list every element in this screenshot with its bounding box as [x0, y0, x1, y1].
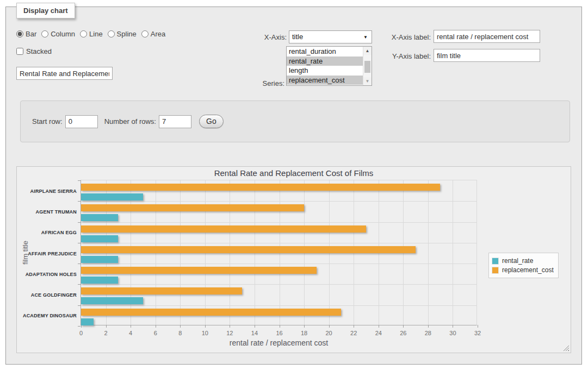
x-tick-label: 0	[79, 330, 83, 336]
bar-rental_rate-6	[81, 318, 94, 325]
x-tick-label: 10	[202, 330, 208, 336]
resize-handle-icon[interactable]	[563, 345, 569, 351]
x-axis-tick	[453, 325, 453, 328]
series-listbox[interactable]: rental_durationrental_ratelengthreplacem…	[286, 46, 372, 86]
x-axis-tick	[428, 325, 429, 328]
bar-replacement_cost-4	[81, 267, 317, 274]
category-label: AFRICAN EGG	[17, 230, 77, 235]
x-tick-label: 4	[129, 330, 132, 336]
category-label: ACE GOLDFINGER	[17, 292, 77, 298]
chart-title-input[interactable]	[16, 67, 113, 80]
chart-type-radio-area[interactable]	[141, 30, 148, 37]
bar-rental_rate-1	[81, 214, 118, 221]
chart-type-label: Bar	[26, 30, 36, 38]
chart-type-option-bar[interactable]: Bar	[16, 30, 36, 38]
chart-legend: rental_ratereplacement_cost	[488, 253, 559, 278]
legend-item-replacement_cost[interactable]: replacement_cost	[492, 266, 554, 274]
start-row-input[interactable]	[65, 115, 98, 128]
number-of-rows-input[interactable]	[159, 115, 191, 128]
scroll-down-icon[interactable]: ▼	[363, 77, 372, 85]
x-axis-label-input[interactable]	[434, 30, 540, 43]
x-tick-label: 32	[474, 330, 481, 336]
stacked-checkbox-row[interactable]: Stacked	[16, 47, 52, 55]
bar-replacement_cost-2	[81, 225, 366, 233]
bar-rental_rate-5	[81, 297, 143, 304]
page: Display chart BarColumnLineSplineArea St…	[0, 0, 588, 370]
x-axis-tick	[180, 325, 181, 328]
chart-type-option-spline[interactable]: Spline	[108, 30, 137, 38]
legend-label: replacement_cost	[502, 266, 554, 274]
y-axis-label-label: Y-Axis label:	[375, 52, 431, 60]
plot-area: 02468101214161820222426283032AIRPLANE SI…	[81, 180, 477, 325]
x-tick-label: 12	[226, 330, 233, 336]
y-axis-label-input[interactable]	[434, 49, 540, 62]
x-axis-tick	[255, 325, 255, 328]
series-listbox-scrollbar[interactable]: ▲ ▼	[363, 47, 372, 85]
chart-type-option-area[interactable]: Area	[141, 30, 165, 38]
x-axis-tick	[205, 325, 206, 328]
number-of-rows-label: Number of rows:	[104, 117, 156, 126]
x-axis-tick	[478, 325, 478, 328]
legend-swatch-icon	[492, 267, 499, 274]
bar-replacement_cost-0	[81, 184, 440, 191]
category-label: AGENT TRUMAN	[17, 209, 77, 215]
x-axis-tick	[156, 325, 156, 328]
chevron-down-icon: ▼	[363, 35, 368, 40]
x-axis-tick	[81, 325, 82, 328]
series-option-replacement_cost[interactable]: replacement_cost	[287, 76, 363, 85]
x-axis-tick	[304, 325, 305, 328]
display-chart-legend: Display chart	[16, 3, 75, 18]
x-tick-label: 16	[276, 330, 282, 336]
gridline	[453, 180, 453, 325]
x-tick-label: 28	[425, 330, 431, 336]
legend-swatch-icon	[492, 258, 499, 265]
bar-replacement_cost-5	[81, 287, 242, 294]
chart-type-radio-column[interactable]	[41, 30, 48, 37]
x-tick-label: 8	[178, 330, 182, 336]
y-axis-tick	[78, 264, 81, 264]
series-options: rental_durationrental_ratelengthreplacem…	[287, 47, 363, 85]
gridline	[81, 264, 476, 264]
x-axis-select-label: X-Axis:	[234, 33, 287, 41]
category-label: AIRPLANE SIERRA	[17, 189, 77, 194]
start-row-label: Start row:	[32, 117, 63, 126]
x-tick-label: 20	[326, 330, 332, 336]
y-axis-tick	[78, 284, 81, 285]
chart-type-label: Spline	[117, 30, 137, 38]
chart-type-label: Line	[89, 30, 103, 38]
chart-type-radio-group: BarColumnLineSplineArea	[16, 30, 165, 38]
scroll-up-icon[interactable]: ▲	[363, 47, 372, 55]
y-axis-tick	[78, 222, 81, 223]
x-axis-select[interactable]: title ▼	[289, 30, 372, 43]
chart-type-radio-bar[interactable]	[16, 30, 23, 37]
category-label: AFFAIR PREJUDICE	[17, 251, 77, 256]
x-axis-tick	[379, 325, 379, 328]
gridline	[428, 180, 429, 325]
chart-title: Rental Rate and Replacement Cost of Film…	[17, 168, 571, 178]
series-option-length[interactable]: length	[287, 66, 363, 76]
series-option-rental_rate[interactable]: rental_rate	[287, 57, 363, 66]
bar-rental_rate-0	[81, 193, 143, 200]
x-tick-label: 22	[350, 330, 357, 336]
stacked-checkbox[interactable]	[16, 48, 23, 55]
bar-replacement_cost-1	[81, 204, 304, 211]
x-tick-label: 26	[400, 330, 406, 336]
x-axis-tick	[131, 325, 131, 328]
chart-type-option-column[interactable]: Column	[41, 30, 75, 38]
chart-type-radio-line[interactable]	[80, 30, 87, 37]
y-axis-tick	[78, 243, 81, 243]
series-option-rental_duration[interactable]: rental_duration	[287, 47, 363, 57]
bar-replacement_cost-3	[81, 246, 416, 253]
gridline	[81, 243, 476, 243]
y-axis-tick	[78, 305, 81, 306]
go-button[interactable]: Go	[199, 115, 224, 128]
chart-type-option-line[interactable]: Line	[80, 30, 103, 38]
bar-rental_rate-2	[81, 235, 118, 242]
chart-type-radio-spline[interactable]	[108, 30, 115, 37]
series-list-label: Series:	[234, 79, 284, 87]
category-label: ACADEMY DINOSAUR	[17, 313, 77, 318]
x-axis-label-label: X-Axis label:	[375, 33, 431, 41]
chart: Rental Rate and Replacement Cost of Film…	[16, 166, 571, 353]
scrollbar-thumb[interactable]	[364, 61, 370, 73]
legend-item-rental_rate[interactable]: rental_rate	[492, 257, 554, 265]
